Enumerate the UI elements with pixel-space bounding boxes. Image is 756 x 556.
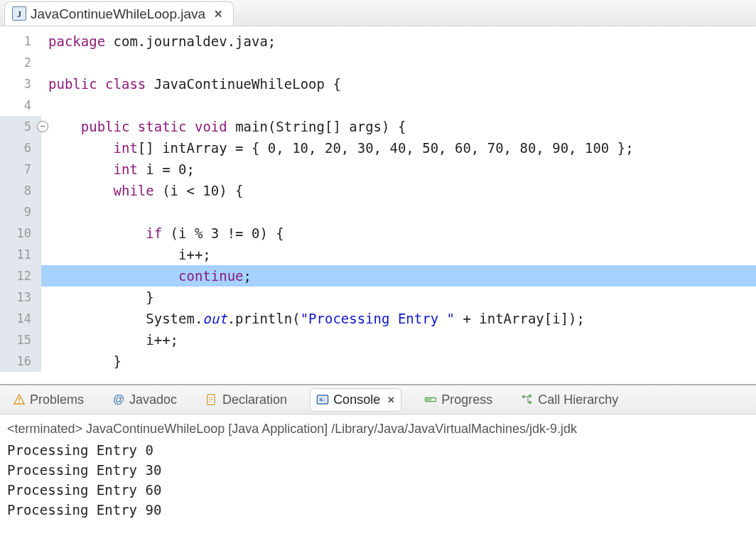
progress-icon bbox=[424, 393, 437, 406]
svg-point-13 bbox=[522, 395, 525, 398]
code-line[interactable]: int[] intArray = { 0, 10, 20, 30, 40, 50… bbox=[41, 137, 756, 159]
java-file-icon: J bbox=[12, 6, 26, 21]
code-line[interactable]: public class JavaContinueWhileLoop { bbox=[41, 73, 756, 95]
line-number: 12 bbox=[0, 265, 41, 287]
code-line[interactable]: i++; bbox=[41, 329, 756, 351]
code-line[interactable] bbox=[41, 95, 756, 116]
tab-label: Call Hierarchy bbox=[538, 392, 618, 407]
call-hierarchy-icon bbox=[521, 393, 534, 406]
panel-tabbar: Problems @ Javadoc Declaration Console ✕… bbox=[0, 385, 756, 415]
close-icon[interactable]: ✕ bbox=[212, 9, 225, 19]
tab-label: Declaration bbox=[222, 392, 287, 407]
tab-problems[interactable]: Problems bbox=[7, 389, 90, 411]
tab-label: Javadoc bbox=[129, 392, 177, 407]
console-body[interactable]: <terminated> JavaContinueWhileLoop [Java… bbox=[0, 415, 756, 556]
javadoc-icon: @ bbox=[112, 393, 125, 406]
code-line[interactable]: public static void main(String[] args) { bbox=[41, 116, 756, 137]
line-number: 15 bbox=[0, 329, 41, 351]
svg-rect-1 bbox=[18, 397, 20, 401]
code-line[interactable] bbox=[41, 52, 756, 73]
code-line[interactable]: package com.journaldev.java; bbox=[41, 31, 756, 52]
code-line[interactable]: if (i % 3 != 0) { bbox=[41, 223, 756, 244]
svg-rect-12 bbox=[426, 399, 432, 401]
console-line: Processing Entry 30 bbox=[7, 460, 749, 480]
tab-label: Progress bbox=[441, 392, 492, 407]
code-area: 12345−678910111213141516 package com.jou… bbox=[0, 26, 756, 384]
code-line[interactable]: continue; bbox=[41, 265, 756, 287]
tab-call-hierarchy[interactable]: Call Hierarchy bbox=[515, 389, 624, 411]
svg-rect-8 bbox=[319, 397, 327, 402]
tab-label: Problems bbox=[30, 392, 84, 407]
editor-tab-filename: JavaContinueWhileLoop.java bbox=[31, 7, 205, 21]
code-line[interactable] bbox=[41, 201, 756, 223]
console-icon bbox=[316, 393, 329, 406]
line-number: 14 bbox=[0, 308, 41, 329]
bottom-panel: Problems @ Javadoc Declaration Console ✕… bbox=[0, 385, 756, 556]
code-line[interactable]: i++; bbox=[41, 244, 756, 265]
tab-javadoc[interactable]: @ Javadoc bbox=[107, 389, 183, 411]
tab-progress[interactable]: Progress bbox=[418, 389, 498, 411]
declaration-icon bbox=[205, 393, 218, 406]
code-line[interactable]: while (i < 10) { bbox=[41, 180, 756, 201]
line-number: 4 bbox=[0, 95, 41, 116]
line-number: 9 bbox=[0, 201, 41, 223]
line-number: 13 bbox=[0, 287, 41, 308]
line-number: 1 bbox=[0, 31, 41, 52]
tab-console[interactable]: Console ✕ bbox=[310, 388, 401, 412]
code-text[interactable]: package com.journaldev.java;public class… bbox=[41, 26, 756, 384]
svg-point-15 bbox=[529, 401, 531, 404]
code-line[interactable]: System.out.println("Processing Entry " +… bbox=[41, 308, 756, 329]
console-line: Processing Entry 0 bbox=[7, 440, 749, 460]
problems-icon bbox=[13, 393, 26, 406]
close-icon[interactable]: ✕ bbox=[387, 395, 395, 405]
console-line: Processing Entry 90 bbox=[7, 500, 749, 520]
editor-tabbar: J JavaContinueWhileLoop.java ✕ bbox=[0, 0, 756, 26]
tab-declaration[interactable]: Declaration bbox=[200, 389, 293, 411]
line-number: 16 bbox=[0, 351, 41, 372]
line-number: 6 bbox=[0, 137, 41, 159]
code-line[interactable]: int i = 0; bbox=[41, 159, 756, 180]
line-number: 8 bbox=[0, 180, 41, 201]
line-number: 10 bbox=[0, 223, 41, 244]
line-number: 7 bbox=[0, 159, 41, 180]
console-status-line: <terminated> JavaContinueWhileLoop [Java… bbox=[7, 419, 749, 439]
console-line: Processing Entry 60 bbox=[7, 480, 749, 500]
editor-tab[interactable]: J JavaContinueWhileLoop.java ✕ bbox=[4, 1, 234, 26]
line-number-gutter: 12345−678910111213141516 bbox=[0, 26, 41, 384]
tab-label: Console bbox=[333, 392, 380, 407]
editor-pane: J JavaContinueWhileLoop.java ✕ 12345−678… bbox=[0, 0, 756, 385]
line-number: 2 bbox=[0, 52, 41, 73]
line-number: 11 bbox=[0, 244, 41, 265]
console-output: Processing Entry 0Processing Entry 30Pro… bbox=[7, 440, 749, 520]
svg-rect-2 bbox=[18, 402, 20, 403]
line-number: 3 bbox=[0, 73, 41, 95]
svg-point-14 bbox=[529, 395, 531, 397]
code-line[interactable]: } bbox=[41, 351, 756, 372]
line-number: 5− bbox=[0, 116, 41, 137]
code-line[interactable]: } bbox=[41, 287, 756, 308]
